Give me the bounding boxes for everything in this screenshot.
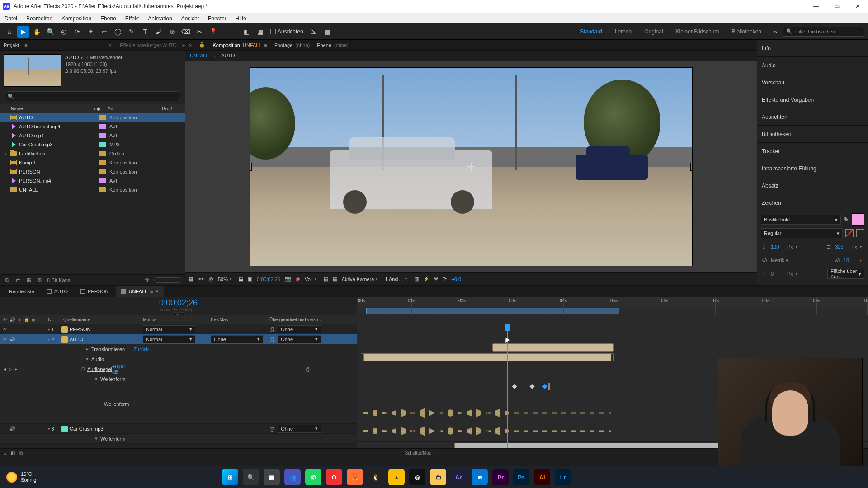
delete-icon[interactable]: 🗑 [143,277,151,284]
project-item[interactable]: AUTOKomposition [0,113,185,122]
toggle-mask-icon[interactable]: ▦ [254,26,266,38]
roi-icon[interactable]: ▣ [248,276,252,282]
kerning-dropdown[interactable]: Metrik ▾ [771,258,788,263]
exposure-value[interactable]: +0,0 [451,277,461,282]
toggle-in-out-icon[interactable]: ⧉ [19,450,23,456]
menu-fenster[interactable]: Fenster [203,13,231,23]
pickwhip-icon[interactable]: @ [269,426,275,432]
eyedropper-icon[interactable]: ✎ [844,216,849,223]
layer-row[interactable]: 👁🔊▸2AUTONormal▾Ohne▾@Ohne▾ [0,334,357,344]
project-columns-header[interactable]: Name▲ ◆ Art Größ [0,104,185,113]
current-time-display[interactable]: 0;00;02;26 [257,277,280,282]
layer-row[interactable]: 🔊▾3Car Crash.mp3@Ohne▾ [0,424,357,434]
panel-header[interactable]: Vorschau [757,74,868,91]
interpret-footage-icon[interactable]: ⧉ [4,277,11,284]
rectangle-tool[interactable]: ▭ [99,26,110,38]
workspace-kleiner bildschirm[interactable]: Kleiner Bildschirm [670,28,726,35]
project-item[interactable]: UNFALLKomposition [0,185,185,194]
layer-property-row[interactable]: ▾Audio [0,354,357,364]
snapping-options-icon[interactable]: ⇲ [308,26,320,38]
viewer-close-icon[interactable]: × [189,42,192,48]
firefox-icon[interactable]: 🦊 [347,469,363,485]
roto-brush-tool[interactable]: ✂ [193,26,205,38]
project-items-list[interactable]: AUTOKompositionAUTO bremst.mp4AVIAUTO.mp… [0,113,185,274]
menu-effekt[interactable]: Effekt [121,13,143,23]
layer-row[interactable]: 👁▸1PERSONNormal▾@Ohne▾ [0,324,357,334]
project-search-pill[interactable] [154,277,181,283]
layer-property-row[interactable]: ◂◇▸⏱Audiopegel+0,00 dB@ [0,364,357,374]
panel-header[interactable]: Effekte und Vorgaben [757,91,868,108]
project-item[interactable]: Car Crash.mp3MP3 [0,140,185,149]
illustrator-icon[interactable]: Ai [534,469,550,485]
camera-dropdown[interactable]: Aktive Kamera▾ [342,277,381,282]
viewer-lock-icon[interactable]: 🔒 [199,42,205,48]
viewer-comp-tab[interactable]: Komposition UNFALL ≡ [212,42,267,48]
effect-controls-tab[interactable]: Effekteinstellungen AUTO [120,42,177,48]
video-column-icon[interactable]: 👁 [2,317,8,323]
viewer-layer-tab[interactable]: Ebene (ohne) [317,42,349,48]
file-explorer-icon[interactable]: 🗀 [430,469,446,485]
mask-visibility-icon[interactable]: ◎ [209,276,213,282]
opera-icon[interactable]: O [326,469,342,485]
taskbar-search-icon[interactable]: 🔍 [243,469,259,485]
panel-header[interactable]: Zeichen≡ [757,194,868,211]
workspace-bibliotheken[interactable]: Bibliotheken [726,28,768,35]
pickwhip-icon[interactable]: @ [269,336,275,343]
menu-datei[interactable]: Datei [0,13,22,23]
breadcrumb-item[interactable]: UNFALL [190,53,209,58]
project-tab[interactable]: Projekt [4,42,19,48]
menu-animation[interactable]: Animation [143,13,176,23]
viewer-footage-tab[interactable]: Footage (ohne) [274,42,310,48]
menu-bearbeiten[interactable]: Bearbeiten [22,13,57,23]
fill-stroke-order-dropdown[interactable]: Fläche über Kon…▾ [827,269,864,279]
brush-tool[interactable]: 🖌 [153,26,165,38]
lock-column-icon[interactable]: 🔒 [24,317,30,323]
rotation-tool[interactable]: ⟳ [71,26,83,38]
eraser-tool[interactable]: ⌫ [180,26,192,38]
panel-header[interactable]: Bibliotheken [757,126,868,143]
layer-property-row[interactable]: ▾Wellenform [0,434,357,444]
time-ruler[interactable]: :00s01s02s03s04s05s06s07s08s09s10s [357,297,868,315]
fx-tab-close-icon[interactable]: × [109,42,112,48]
parent-dropdown[interactable]: Ohne▾ [278,325,321,333]
fast-preview-icon[interactable]: ▤ [324,276,328,282]
zoom-dropdown[interactable]: 50%▾ [218,277,234,282]
resolution-half-icon[interactable]: ⬓ [239,276,243,282]
leading-value[interactable]: 325 [835,244,849,249]
panel-header[interactable]: Tracker [757,143,868,160]
toggle-alpha-icon[interactable]: ▦ [189,276,193,282]
font-family-dropdown[interactable]: Bastile bold▾ [761,215,841,225]
workspace-lernen[interactable]: Lernen [609,28,638,35]
menu-hilfe[interactable]: Hilfe [231,13,251,23]
hand-tool[interactable]: ✋ [31,26,42,38]
linux-icon[interactable]: 🐧 [368,469,384,485]
menu-komposition[interactable]: Komposition [57,13,96,23]
project-settings-icon[interactable]: ⚙ [36,277,43,284]
weather-widget[interactable]: 16°CSonnig [0,471,42,483]
new-comp-icon[interactable]: ▦ [25,277,33,284]
refresh-icon[interactable]: ⟳ [443,276,447,282]
channel-icon[interactable]: ◉ [296,276,300,282]
selection-tool[interactable]: ▶ [17,26,29,38]
window-minimize-button[interactable]: — [806,0,826,13]
home-button[interactable]: ⌂ [4,26,15,38]
no-fill-icon[interactable] [845,229,854,237]
work-area-bar[interactable] [366,308,619,314]
color-depth-button[interactable]: 8-Bit-Kanal [47,277,71,283]
timeline-tab[interactable]: UNFALL≡× [116,286,164,297]
panel-header[interactable]: Absatz [757,177,868,194]
add-keyframe-icon[interactable]: ◇ [9,366,12,371]
photoshop-icon[interactable]: Ps [513,469,529,485]
stopwatch-icon[interactable]: ⏱ [80,366,85,372]
right-resize-handle[interactable] [690,163,693,171]
project-item[interactable]: PERSONKomposition [0,167,185,176]
whatsapp-icon[interactable]: ✆ [305,469,321,485]
task-view-icon[interactable]: ▦ [264,469,280,485]
swap-colors-icon[interactable] [856,229,864,237]
panel-header[interactable]: Info [757,40,868,57]
views-dropdown[interactable]: 1 Ansi…▾ [385,277,410,282]
snapping-toggle[interactable]: Ausrichten [270,28,303,35]
column-source-name[interactable]: Quellenname [61,317,143,322]
vscode-icon[interactable]: ≋ [472,469,488,485]
snapshot-icon[interactable]: 📷 [285,276,291,282]
